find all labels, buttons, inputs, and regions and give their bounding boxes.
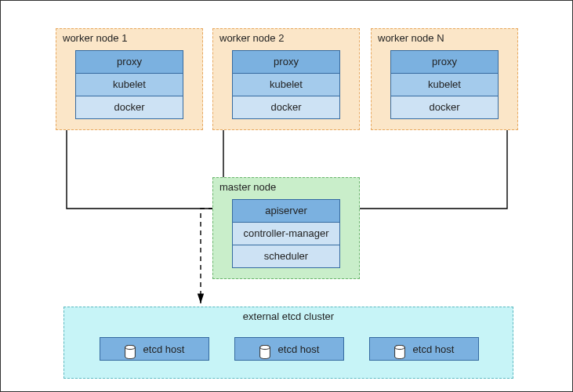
proxy-box: proxy [75,50,183,74]
docker-box: docker [390,96,499,119]
svg-point-3 [259,345,270,349]
etcd-cluster-title: external etcd cluster [64,310,513,322]
proxy-box: proxy [390,50,499,74]
worker-node-1-title: worker node 1 [63,32,127,44]
etcd-host-3: etcd host [369,337,479,361]
svg-point-1 [125,345,135,349]
master-node-components: apiserver controller-manager scheduler [232,199,340,268]
worker-node-1-components: proxy kubelet docker [75,50,183,119]
worker-node-n: worker node N proxy kubelet docker [371,28,518,130]
scheduler-box: scheduler [232,245,340,268]
etcd-cluster: external etcd cluster etcd host etcd hos… [63,307,513,379]
etcd-host-2: etcd host [234,337,344,361]
apiserver-box: apiserver [232,199,340,223]
proxy-box: proxy [232,50,340,74]
master-node: master node apiserver controller-manager… [212,177,360,279]
kubelet-box: kubelet [390,73,499,96]
worker-node-2-title: worker node 2 [219,32,284,44]
etcd-host-label: etcd host [413,338,455,361]
master-node-title: master node [219,181,276,193]
worker-node-1: worker node 1 proxy kubelet docker [56,28,203,130]
database-icon [394,345,405,359]
kubelet-box: kubelet [75,73,183,96]
worker-node-n-components: proxy kubelet docker [390,50,499,119]
worker-node-2: worker node 2 proxy kubelet docker [212,28,360,130]
diagram-canvas: worker node 1 proxy kubelet docker worke… [0,0,573,392]
etcd-host-label: etcd host [143,338,185,361]
docker-box: docker [232,96,340,119]
etcd-host-1: etcd host [100,337,209,361]
worker-node-2-components: proxy kubelet docker [232,50,340,119]
kubelet-box: kubelet [232,73,340,96]
etcd-host-label: etcd host [278,338,320,361]
database-icon [125,345,136,359]
worker-node-n-title: worker node N [378,32,444,44]
database-icon [259,345,270,359]
svg-point-5 [394,345,404,349]
docker-box: docker [75,96,183,119]
controller-manager-box: controller-manager [232,222,340,245]
